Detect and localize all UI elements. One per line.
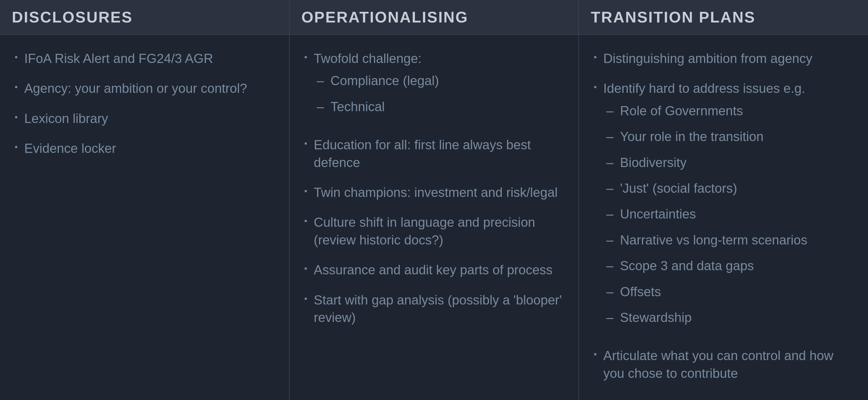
sub-item-text: Technical [331, 98, 384, 115]
bullet-list-operationalising: ▪Twofold challenge:–Compliance (legal)–T… [304, 50, 564, 326]
sub-dash-icon: – [606, 102, 613, 120]
bullet-text: Evidence locker [24, 139, 274, 157]
bullet-icon: ▪ [304, 138, 307, 149]
column-header-transition-plans: TRANSITION PLANS [579, 0, 868, 35]
bullet-text: Lexicon library [24, 110, 274, 127]
bullet-list-transition-plans: ▪Distinguishing ambition from agency▪Ide… [594, 50, 853, 382]
column-body-transition-plans: ▪Distinguishing ambition from agency▪Ide… [579, 35, 868, 400]
list-item: ▪Culture shift in language and precision… [304, 213, 564, 248]
sub-list: –Role of Governments–Your role in the tr… [603, 102, 853, 326]
list-item: ▪Lexicon library [15, 110, 274, 127]
bullet-icon: ▪ [594, 81, 597, 93]
list-item: ▪Evidence locker [15, 139, 274, 157]
bullet-icon: ▪ [594, 52, 597, 63]
bullet-icon: ▪ [304, 293, 307, 304]
bullet-icon: ▪ [15, 141, 18, 153]
sub-list-item: –Role of Governments [606, 102, 853, 120]
sub-item-text: Scope 3 and data gaps [620, 257, 754, 274]
sub-dash-icon: – [606, 231, 613, 248]
bullet-icon: ▪ [15, 52, 18, 63]
list-item: ▪Twin champions: investment and risk/leg… [304, 184, 564, 201]
sub-list-item: –Technical [317, 98, 564, 115]
sub-dash-icon: – [606, 309, 613, 326]
column-body-disclosures: ▪IFoA Risk Alert and FG24/3 AGR▪Agency: … [0, 35, 289, 400]
sub-dash-icon: – [317, 98, 324, 115]
column-title-disclosures: DISCLOSURES [12, 8, 277, 26]
bullet-text: Twofold challenge:–Compliance (legal)–Te… [314, 50, 564, 124]
list-item: ▪Identify hard to address issues e.g.–Ro… [594, 79, 853, 334]
sub-list-item: –Compliance (legal) [317, 72, 564, 89]
column-title-operationalising: OPERATIONALISING [302, 8, 567, 26]
list-item: ▪Start with gap analysis (possibly a 'bl… [304, 291, 564, 326]
column-operationalising: OPERATIONALISING▪Twofold challenge:–Comp… [290, 0, 579, 400]
sub-item-text: Uncertainties [620, 205, 696, 223]
bullet-icon: ▪ [304, 263, 307, 274]
bullet-text: Articulate what you can control and how … [603, 347, 853, 382]
sub-item-text: Biodiversity [620, 154, 687, 171]
sub-item-text: Narrative vs long-term scenarios [620, 231, 807, 248]
list-item: ▪Education for all: first line always be… [304, 136, 564, 171]
bullet-icon: ▪ [304, 215, 307, 227]
column-header-disclosures: DISCLOSURES [0, 0, 289, 35]
sub-dash-icon: – [606, 257, 613, 274]
list-item: ▪Distinguishing ambition from agency [594, 50, 853, 67]
sub-item-text: Role of Governments [620, 102, 743, 120]
bullet-icon: ▪ [304, 52, 307, 63]
list-item: ▪Articulate what you can control and how… [594, 347, 853, 382]
sub-list-item: –Offsets [606, 283, 853, 300]
bullet-icon: ▪ [15, 111, 18, 123]
sub-list-item: –Narrative vs long-term scenarios [606, 231, 853, 248]
column-title-transition-plans: TRANSITION PLANS [591, 8, 856, 26]
bullet-icon: ▪ [304, 186, 307, 197]
sub-item-text: Your role in the transition [620, 128, 764, 145]
bullet-text: Distinguishing ambition from agency [603, 50, 853, 67]
bullet-list-disclosures: ▪IFoA Risk Alert and FG24/3 AGR▪Agency: … [15, 50, 274, 157]
bullet-text: Identify hard to address issues e.g.–Rol… [603, 79, 853, 334]
column-transition-plans: TRANSITION PLANS▪Distinguishing ambition… [579, 0, 868, 400]
list-item: ▪Assurance and audit key parts of proces… [304, 261, 564, 278]
sub-item-text: Compliance (legal) [331, 72, 439, 89]
sub-dash-icon: – [606, 179, 613, 197]
main-container: DISCLOSURES▪IFoA Risk Alert and FG24/3 A… [0, 0, 868, 400]
bullet-text: Twin champions: investment and risk/lega… [314, 184, 564, 201]
column-disclosures: DISCLOSURES▪IFoA Risk Alert and FG24/3 A… [0, 0, 290, 400]
sub-item-text: 'Just' (social factors) [620, 179, 737, 197]
column-header-operationalising: OPERATIONALISING [290, 0, 579, 35]
sub-dash-icon: – [606, 154, 613, 171]
sub-dash-icon: – [317, 72, 324, 89]
sub-dash-icon: – [606, 128, 613, 145]
bullet-icon: ▪ [15, 81, 18, 93]
list-item: ▪IFoA Risk Alert and FG24/3 AGR [15, 50, 274, 67]
list-item: ▪Twofold challenge:–Compliance (legal)–T… [304, 50, 564, 124]
column-body-operationalising: ▪Twofold challenge:–Compliance (legal)–T… [290, 35, 579, 400]
bullet-text: IFoA Risk Alert and FG24/3 AGR [24, 50, 274, 67]
list-item: ▪Agency: your ambition or your control? [15, 79, 274, 97]
bullet-text: Education for all: first line always bes… [314, 136, 564, 171]
sub-dash-icon: – [606, 283, 613, 300]
sub-list-item: –Your role in the transition [606, 128, 853, 145]
sub-list-item: –'Just' (social factors) [606, 179, 853, 197]
bullet-text: Assurance and audit key parts of process [314, 261, 564, 278]
bullet-text: Agency: your ambition or your control? [24, 79, 274, 97]
sub-list-item: –Biodiversity [606, 154, 853, 171]
sub-item-text: Offsets [620, 283, 661, 300]
bullet-text: Culture shift in language and precision … [314, 213, 564, 248]
sub-list-item: –Scope 3 and data gaps [606, 257, 853, 274]
sub-list-item: –Stewardship [606, 309, 853, 326]
sub-list: –Compliance (legal)–Technical [314, 72, 564, 115]
sub-list-item: –Uncertainties [606, 205, 853, 223]
sub-dash-icon: – [606, 205, 613, 223]
bullet-text: Start with gap analysis (possibly a 'blo… [314, 291, 564, 326]
sub-item-text: Stewardship [620, 309, 692, 326]
bullet-icon: ▪ [594, 348, 597, 360]
